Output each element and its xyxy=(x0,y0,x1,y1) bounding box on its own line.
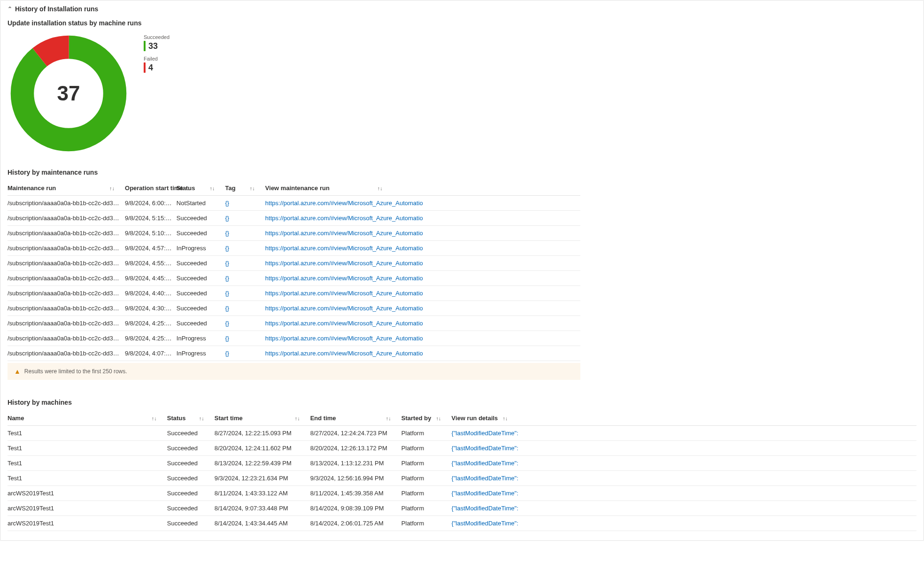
cell-name: Test1 xyxy=(8,441,167,456)
cell-tag[interactable]: {} xyxy=(225,241,265,256)
cell-status: Succeeded xyxy=(177,226,225,241)
col-tag[interactable]: Tag↑↓ xyxy=(225,181,265,196)
cell-start: 9/8/2024, 4:57:00.000 PM xyxy=(125,241,177,256)
cell-run: /subscription/aaaa0a0a-bb1b-cc2c-dd3d-ee… xyxy=(8,286,125,301)
cell-view-details[interactable]: {"lastModifiedDateTime": xyxy=(452,456,916,471)
cell-status: Succeeded xyxy=(167,456,215,471)
sort-icon[interactable]: ↑↓ xyxy=(108,185,115,191)
cell-view-link[interactable]: https://portal.azure.com/#view/Microsoft… xyxy=(265,331,580,346)
maintenance-title: History by maintenance runs xyxy=(8,169,916,176)
cell-view-link[interactable]: https://portal.azure.com/#view/Microsoft… xyxy=(265,256,580,271)
cell-start: 9/8/2024, 4:45:00.000 PM xyxy=(125,271,177,286)
sort-icon[interactable]: ↑↓ xyxy=(293,416,300,421)
col-name[interactable]: Name↑↓ xyxy=(8,411,167,426)
col-startedby[interactable]: Started by↑↓ xyxy=(401,411,452,426)
table-row: /subscription/aaaa0a0a-bb1b-cc2c-dd3d-ee… xyxy=(8,196,580,211)
col-mstatus[interactable]: Status↑↓ xyxy=(167,411,215,426)
panel-header[interactable]: ⌃ History of Installation runs xyxy=(8,5,916,15)
cell-view-details[interactable]: {"lastModifiedDateTime": xyxy=(452,486,916,501)
cell-view-link[interactable]: https://portal.azure.com/#view/Microsoft… xyxy=(265,226,580,241)
cell-name: Test1 xyxy=(8,471,167,486)
cell-view-link[interactable]: https://portal.azure.com/#view/Microsoft… xyxy=(265,346,580,361)
table-row: arcWS2019Test1Succeeded8/14/2024, 1:43:3… xyxy=(8,516,916,531)
sort-icon[interactable]: ↑↓ xyxy=(248,185,255,191)
cell-tag[interactable]: {} xyxy=(225,226,265,241)
cell-view-link[interactable]: https://portal.azure.com/#view/Microsoft… xyxy=(265,196,580,211)
sort-icon[interactable]: ↑↓ xyxy=(150,416,157,421)
cell-view-details[interactable]: {"lastModifiedDateTime": xyxy=(452,516,916,531)
cell-tag[interactable]: {} xyxy=(225,196,265,211)
table-row: /subscription/aaaa0a0a-bb1b-cc2c-dd3d-ee… xyxy=(8,301,580,316)
cell-run: /subscription/aaaa0a0a-bb1b-cc2c-dd3d-ee… xyxy=(8,346,125,361)
cell-tag[interactable]: {} xyxy=(225,271,265,286)
cell-end: 8/11/2024, 1:45:39.358 AM xyxy=(310,486,401,501)
maintenance-table-wrap: Maintenance run↑↓ Operation start time↑↓… xyxy=(8,181,580,380)
sort-icon[interactable]: ↑↓ xyxy=(208,185,215,191)
cell-end: 8/20/2024, 12:26:13.172 PM xyxy=(310,441,401,456)
cell-run: /subscription/aaaa0a0a-bb1b-cc2c-dd3d-ee… xyxy=(8,211,125,226)
cell-status: InProgress xyxy=(177,346,225,361)
cell-startedby: Platform xyxy=(401,426,452,441)
cell-start: 9/3/2024, 12:23:21.634 PM xyxy=(215,471,310,486)
cell-view-link[interactable]: https://portal.azure.com/#view/Microsoft… xyxy=(265,241,580,256)
legend-failed-label: Failed xyxy=(144,56,169,62)
legend-failed-value: 4 xyxy=(148,63,153,73)
cell-end: 8/14/2024, 2:06:01.725 AM xyxy=(310,516,401,531)
table-row: Test1Succeeded8/13/2024, 12:22:59.439 PM… xyxy=(8,456,916,471)
cell-view-details[interactable]: {"lastModifiedDateTime": xyxy=(452,426,916,441)
cell-view-link[interactable]: https://portal.azure.com/#view/Microsoft… xyxy=(265,271,580,286)
cell-status: Succeeded xyxy=(167,501,215,516)
col-view-maintenance[interactable]: View maintenance run↑↓ xyxy=(265,181,580,196)
table-row: /subscription/aaaa0a0a-bb1b-cc2c-dd3d-ee… xyxy=(8,331,580,346)
sort-icon[interactable]: ↑↓ xyxy=(197,416,204,421)
cell-tag[interactable]: {} xyxy=(225,346,265,361)
cell-tag[interactable]: {} xyxy=(225,331,265,346)
col-mend[interactable]: End time↑↓ xyxy=(310,411,401,426)
cell-view-link[interactable]: https://portal.azure.com/#view/Microsoft… xyxy=(265,316,580,331)
col-operation-start[interactable]: Operation start time↑↓ xyxy=(125,181,177,196)
cell-view-link[interactable]: https://portal.azure.com/#view/Microsoft… xyxy=(265,286,580,301)
cell-startedby: Platform xyxy=(401,456,452,471)
cell-startedby: Platform xyxy=(401,441,452,456)
cell-name: Test1 xyxy=(8,426,167,441)
col-status[interactable]: Status↑↓ xyxy=(177,181,225,196)
legend-succeeded-label: Succeeded xyxy=(144,34,169,40)
table-row: /subscription/aaaa0a0a-bb1b-cc2c-dd3d-ee… xyxy=(8,286,580,301)
cell-view-details[interactable]: {"lastModifiedDateTime": xyxy=(452,471,916,486)
chevron-up-icon: ⌃ xyxy=(8,6,12,12)
cell-tag[interactable]: {} xyxy=(225,301,265,316)
cell-run: /subscription/aaaa0a0a-bb1b-cc2c-dd3d-ee… xyxy=(8,196,125,211)
sort-icon[interactable]: ↑↓ xyxy=(376,185,383,191)
col-mstart[interactable]: Start time↑↓ xyxy=(215,411,310,426)
table-row: /subscription/aaaa0a0a-bb1b-cc2c-dd3d-ee… xyxy=(8,271,580,286)
cell-status: Succeeded xyxy=(177,211,225,226)
sort-icon[interactable]: ↑↓ xyxy=(384,416,391,421)
cell-startedby: Platform xyxy=(401,471,452,486)
cell-startedby: Platform xyxy=(401,501,452,516)
cell-view-details[interactable]: {"lastModifiedDateTime": xyxy=(452,441,916,456)
sort-icon[interactable]: ↑↓ xyxy=(501,416,508,421)
cell-start: 8/27/2024, 12:22:15.093 PM xyxy=(215,426,310,441)
cell-start: 9/8/2024, 4:07:00.000 PM xyxy=(125,346,177,361)
cell-tag[interactable]: {} xyxy=(225,286,265,301)
machines-title: History by machines xyxy=(8,399,916,406)
cell-view-details[interactable]: {"lastModifiedDateTime": xyxy=(452,501,916,516)
col-maintenance-run[interactable]: Maintenance run↑↓ xyxy=(8,181,125,196)
cell-tag[interactable]: {} xyxy=(225,316,265,331)
cell-start: 9/8/2024, 4:30:00.000 PM xyxy=(125,301,177,316)
cell-tag[interactable]: {} xyxy=(225,256,265,271)
cell-view-link[interactable]: https://portal.azure.com/#view/Microsoft… xyxy=(265,301,580,316)
sort-icon[interactable]: ↑↓ xyxy=(434,416,441,421)
col-viewrun[interactable]: View run details↑↓ xyxy=(452,411,916,426)
cell-status: Succeeded xyxy=(167,516,215,531)
cell-status: InProgress xyxy=(177,331,225,346)
cell-status: Succeeded xyxy=(177,286,225,301)
cell-status: Succeeded xyxy=(177,256,225,271)
maintenance-table: Maintenance run↑↓ Operation start time↑↓… xyxy=(8,181,580,361)
cell-tag[interactable]: {} xyxy=(225,211,265,226)
cell-start: 9/8/2024, 4:25:00.000 PM xyxy=(125,316,177,331)
table-row: Test1Succeeded8/27/2024, 12:22:15.093 PM… xyxy=(8,426,916,441)
table-row: Test1Succeeded8/20/2024, 12:24:11.602 PM… xyxy=(8,441,916,456)
cell-end: 8/27/2024, 12:24:24.723 PM xyxy=(310,426,401,441)
cell-view-link[interactable]: https://portal.azure.com/#view/Microsoft… xyxy=(265,211,580,226)
